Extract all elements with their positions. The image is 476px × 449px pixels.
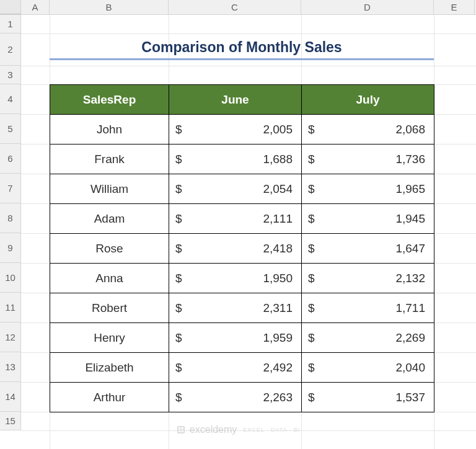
header-july[interactable]: July — [302, 85, 434, 115]
row-header-7[interactable]: 7 — [0, 174, 21, 203]
salesrep-cell[interactable]: Elizabeth — [50, 353, 169, 383]
salesrep-cell[interactable]: Frank — [50, 144, 169, 174]
row-header-5[interactable]: 5 — [0, 114, 21, 144]
column-header-B[interactable]: B — [50, 0, 169, 14]
row-header-4[interactable]: 4 — [0, 84, 21, 114]
currency-symbol: $ — [175, 123, 182, 136]
header-june[interactable]: June — [169, 85, 302, 115]
june-cell[interactable]: $1,688 — [169, 144, 302, 174]
currency-symbol: $ — [175, 391, 182, 404]
june-cell[interactable]: $2,111 — [169, 204, 302, 234]
column-header-A[interactable]: A — [21, 0, 50, 14]
salesrep-cell[interactable]: Arthur — [50, 383, 169, 412]
cell-A1[interactable] — [21, 15, 50, 33]
table-row: John$2,005$2,068 — [50, 115, 434, 144]
table-row: Rose$2,418$1,647 — [50, 234, 434, 264]
june-cell[interactable]: $2,263 — [169, 383, 302, 412]
amount-value: 1,950 — [263, 272, 293, 285]
currency-symbol: $ — [308, 361, 315, 375]
svg-rect-2 — [181, 427, 183, 429]
currency-symbol: $ — [175, 153, 182, 166]
watermark-tagline: EXCEL · DATA · BI — [243, 427, 300, 433]
row-header-10[interactable]: 10 — [0, 263, 21, 293]
title-cell[interactable]: Comparison of Monthly Sales — [50, 33, 434, 66]
cell-A2[interactable] — [21, 33, 50, 66]
col-A-gutter[interactable] — [21, 84, 50, 412]
row-header-12[interactable]: 12 — [0, 322, 21, 352]
july-cell[interactable]: $1,647 — [302, 234, 434, 264]
row-header-14[interactable]: 14 — [0, 382, 21, 412]
content-area: Comparison of Monthly Sales SalesRep Jun… — [21, 15, 434, 412]
july-cell[interactable]: $2,068 — [302, 115, 434, 144]
july-cell[interactable]: $2,040 — [302, 353, 434, 383]
sales-table: SalesRep June July John$2,005$2,068Frank… — [50, 84, 434, 412]
currency-symbol: $ — [308, 182, 315, 196]
amount-value: 2,269 — [395, 331, 425, 345]
july-cell[interactable]: $1,945 — [302, 204, 434, 234]
july-cell[interactable]: $2,132 — [302, 264, 434, 293]
spreadsheet: A B C D E 1 2 3 4 5 6 7 8 9 10 11 12 13 … — [0, 0, 476, 449]
june-cell[interactable]: $2,054 — [169, 174, 302, 204]
currency-symbol: $ — [175, 361, 182, 375]
row-header-9[interactable]: 9 — [0, 233, 21, 263]
salesrep-cell[interactable]: Henry — [50, 323, 169, 353]
currency-symbol: $ — [308, 272, 315, 285]
currency-symbol: $ — [175, 242, 182, 256]
cell-A3[interactable] — [21, 66, 50, 84]
svg-rect-3 — [178, 430, 180, 432]
table-row: Robert$2,311$1,711 — [50, 293, 434, 323]
june-cell[interactable]: $2,418 — [169, 234, 302, 264]
svg-rect-0 — [177, 426, 185, 433]
salesrep-cell[interactable]: William — [50, 174, 169, 204]
currency-symbol: $ — [308, 153, 315, 166]
july-cell[interactable]: $1,965 — [302, 174, 434, 204]
select-all-corner[interactable] — [0, 0, 21, 14]
amount-value: 1,537 — [395, 391, 425, 404]
row-header-6[interactable]: 6 — [0, 144, 21, 174]
salesrep-cell[interactable]: Adam — [50, 204, 169, 234]
header-salesrep[interactable]: SalesRep — [50, 85, 169, 115]
salesrep-cell[interactable]: John — [50, 115, 169, 144]
amount-value: 2,111 — [263, 212, 293, 226]
june-cell[interactable]: $1,959 — [169, 323, 302, 353]
amount-value: 1,945 — [395, 212, 425, 226]
amount-value: 2,492 — [263, 361, 293, 375]
salesrep-cell[interactable]: Robert — [50, 293, 169, 323]
amount-value: 2,068 — [395, 123, 425, 136]
svg-rect-4 — [181, 430, 183, 432]
amount-value: 2,054 — [263, 182, 293, 196]
amount-value: 1,736 — [395, 153, 425, 166]
july-cell[interactable]: $1,736 — [302, 144, 434, 174]
currency-symbol: $ — [175, 212, 182, 226]
row-header-11[interactable]: 11 — [0, 293, 21, 322]
july-cell[interactable]: $2,269 — [302, 323, 434, 353]
row-headers: 1 2 3 4 5 6 7 8 9 10 11 12 13 14 15 — [0, 15, 21, 430]
column-header-C[interactable]: C — [169, 0, 301, 14]
amount-value: 2,311 — [263, 301, 293, 315]
table-row: Anna$1,950$2,132 — [50, 264, 434, 293]
column-header-E[interactable]: E — [434, 0, 475, 14]
row-header-13[interactable]: 13 — [0, 352, 21, 382]
salesrep-cell[interactable]: Anna — [50, 264, 169, 293]
row-header-2[interactable]: 2 — [0, 33, 21, 66]
june-cell[interactable]: $2,005 — [169, 115, 302, 144]
currency-symbol: $ — [308, 391, 315, 404]
table-row: Henry$1,959$2,269 — [50, 323, 434, 353]
amount-value: 1,965 — [395, 182, 425, 196]
july-cell[interactable]: $1,711 — [302, 293, 434, 323]
salesrep-cell[interactable]: Rose — [50, 234, 169, 264]
june-cell[interactable]: $2,492 — [169, 353, 302, 383]
june-cell[interactable]: $1,950 — [169, 264, 302, 293]
row-header-1[interactable]: 1 — [0, 15, 21, 33]
watermark-brand: exceldemy — [190, 424, 237, 435]
amount-value: 2,132 — [395, 272, 425, 285]
june-cell[interactable]: $2,311 — [169, 293, 302, 323]
table-row: Adam$2,111$1,945 — [50, 204, 434, 234]
july-cell[interactable]: $1,537 — [302, 383, 434, 412]
row-header-8[interactable]: 8 — [0, 203, 21, 233]
column-header-D[interactable]: D — [301, 0, 434, 14]
amount-value: 1,959 — [263, 331, 293, 345]
currency-symbol: $ — [175, 331, 182, 345]
row-header-3[interactable]: 3 — [0, 66, 21, 84]
currency-symbol: $ — [308, 212, 315, 226]
